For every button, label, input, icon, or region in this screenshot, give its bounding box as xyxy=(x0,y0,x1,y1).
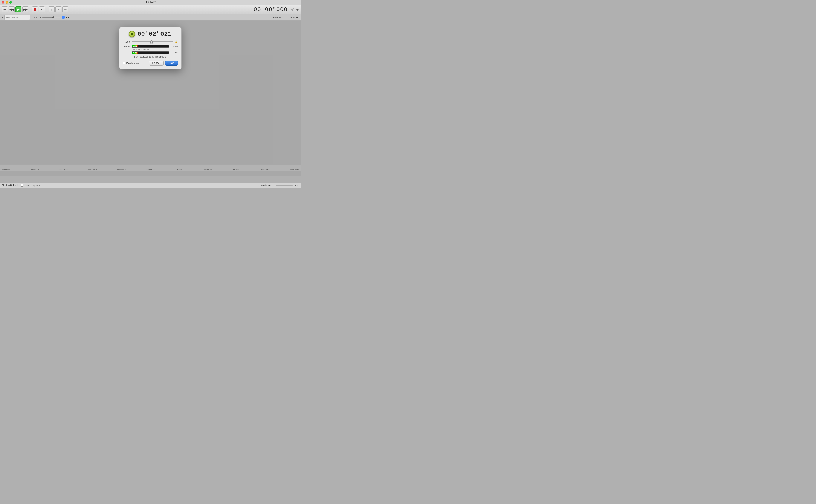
pause-icon: ⏸ xyxy=(131,32,133,36)
status-right: Horizontal zoom ⏶⏷ xyxy=(257,184,299,187)
loop-checkbox[interactable] xyxy=(21,184,23,187)
status-left: 32 bit / 44.1 kHz Loop playback xyxy=(2,184,40,187)
lock-icon[interactable]: 🔒 xyxy=(175,40,178,43)
toolbar-btn-extra4[interactable]: ⇥ xyxy=(62,6,68,12)
level-bar-label-right: -67dB xyxy=(133,52,137,54)
rewind-button[interactable]: ◀◀ xyxy=(9,6,15,12)
tick-6: -6 xyxy=(144,49,146,50)
check-mark-icon: ✓ xyxy=(62,16,64,18)
play-checkbox[interactable]: ✓ xyxy=(62,16,65,19)
volume-slider[interactable] xyxy=(42,17,59,18)
level-ticks-1: -60 -30 -20 -13 -10 -6 -3 0 xyxy=(132,49,149,50)
tick-5: -10 xyxy=(142,49,145,50)
toolbar-settings-icon[interactable]: ⊕ xyxy=(296,8,299,11)
toolbar: ◀◀ ▶ ▶▶ ⏺ ▶| ↕ ↔ ⇥ 00'00"000 ☢ ⊕ xyxy=(0,5,301,14)
title-bar: Untitled 2 xyxy=(0,0,301,5)
toolbar-btn-extra2[interactable]: ↕ xyxy=(49,6,55,12)
track-name-field[interactable]: Track name xyxy=(4,15,30,20)
input-source: Input source: Internal Microphone xyxy=(123,56,178,58)
pause-button[interactable]: ⏸ xyxy=(129,31,135,37)
maximize-button[interactable] xyxy=(9,1,12,4)
time-display: 00'00"000 xyxy=(254,6,288,13)
level-bar-label-left: -67dB xyxy=(133,46,137,47)
playthrough-checkbox[interactable] xyxy=(123,62,125,64)
playthrough-label: Playthrough xyxy=(126,62,139,64)
svg-rect-1 xyxy=(5,9,6,10)
recording-modal: ⏸ 00'02"021 Gain: 🔒 Level: -6 xyxy=(119,27,181,69)
toolbar-separator-1 xyxy=(30,6,30,12)
gain-slider[interactable] xyxy=(132,41,173,42)
bit-rate-label: 32 bit / 44.1 kHz xyxy=(2,184,19,187)
zoom-stepper[interactable]: ⏶⏷ xyxy=(295,184,299,186)
modal-buttons: Cancel Stop xyxy=(149,61,178,66)
play-label: Play xyxy=(65,16,70,19)
toolbar-btn-back[interactable] xyxy=(2,6,8,12)
track-header: ▼ Track name Volume ✓ Play Playback: fro… xyxy=(0,14,301,21)
zoom-label: Horizontal zoom xyxy=(257,184,274,187)
minimize-button[interactable] xyxy=(6,1,8,4)
main-area: ⏸ 00'02"021 Gain: 🔒 Level: -6 xyxy=(0,21,301,176)
svg-marker-0 xyxy=(3,9,5,10)
recording-time: 00'02"021 xyxy=(137,31,172,37)
playback-label: Playback: xyxy=(273,16,283,19)
tick-7: -3 xyxy=(146,49,147,50)
play-button[interactable]: ▶ xyxy=(15,6,21,12)
level-bar-left: -67dB xyxy=(132,45,169,48)
gain-slider-thumb[interactable] xyxy=(150,40,152,44)
toolbar-btn-extra3[interactable]: ↔ xyxy=(55,6,61,12)
track-arrow-icon[interactable]: ▼ xyxy=(1,16,3,18)
modal-overlay: ⏸ 00'02"021 Gain: 🔒 Level: -6 xyxy=(0,21,301,176)
tick-1: -60 xyxy=(132,49,135,50)
level-row-1: Level: -67dB -38 dB xyxy=(123,45,178,48)
play-checkbox-area[interactable]: ✓ Play xyxy=(62,16,70,19)
volume-label: Volume xyxy=(33,16,41,19)
radiation-icon: ☢ xyxy=(291,7,294,11)
close-button[interactable] xyxy=(2,1,4,4)
tick-4: -13 xyxy=(140,49,142,50)
record-button[interactable]: ⏺ xyxy=(32,6,38,12)
level-section: Level: -67dB -38 dB -60 -30 -20 -13 -10 xyxy=(123,45,178,54)
window-title: Untitled 2 xyxy=(145,1,156,4)
modal-footer: Playthrough Cancel Stop xyxy=(123,61,178,66)
tick-2: -30 xyxy=(135,49,137,50)
gain-label: Gain: xyxy=(123,41,131,43)
level-label: Level: xyxy=(123,45,131,48)
track-name-placeholder: Track name xyxy=(6,16,18,19)
volume-slider-container[interactable] xyxy=(42,17,59,18)
gain-row: Gain: 🔒 xyxy=(123,40,178,43)
stop-button[interactable]: Stop xyxy=(165,61,178,66)
traffic-lights xyxy=(2,1,12,4)
fast-forward-button[interactable]: ▶▶ xyxy=(22,6,28,12)
cancel-button[interactable]: Cancel xyxy=(149,61,163,66)
playthrough-area[interactable]: Playthrough xyxy=(123,62,139,64)
zoom-slider[interactable] xyxy=(276,185,293,186)
tick-3: -20 xyxy=(137,49,140,50)
level-row-2: -67dB -38 dB xyxy=(123,51,178,54)
tick-8: 0 xyxy=(148,49,149,50)
playback-select[interactable]: front xyxy=(290,16,299,19)
status-bar: 32 bit / 44.1 kHz Loop playback Horizont… xyxy=(0,182,301,188)
level-db-right-1: -38 dB xyxy=(170,45,178,48)
toolbar-btn-extra1[interactable]: ▶| xyxy=(39,6,45,12)
modal-header: ⏸ 00'02"021 xyxy=(123,31,178,37)
loop-label: Loop playback xyxy=(25,184,40,187)
level-db-right-2: -38 dB xyxy=(170,52,178,54)
level-bar-right: -67dB xyxy=(132,51,169,54)
volume-thumb[interactable] xyxy=(52,16,54,18)
